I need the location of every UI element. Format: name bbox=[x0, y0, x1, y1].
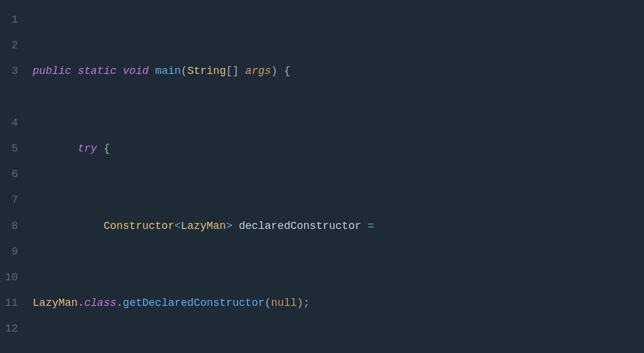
line-number: 8 bbox=[0, 213, 18, 239]
line-number: 9 bbox=[0, 239, 18, 265]
punct: { bbox=[104, 143, 110, 154]
punct: [] bbox=[226, 65, 239, 77]
line-number: 6 bbox=[0, 162, 18, 187]
literal: null bbox=[271, 297, 297, 309]
punct: ) bbox=[271, 65, 278, 77]
line-number: 11 bbox=[0, 290, 18, 316]
punct: . bbox=[78, 297, 84, 309]
punct: { bbox=[284, 65, 290, 77]
code-content[interactable]: public static void main(String[] args) {… bbox=[26, 7, 644, 353]
param: args bbox=[245, 65, 271, 77]
code-line: try { bbox=[26, 136, 644, 162]
keyword: void bbox=[123, 65, 148, 77]
line-number: 4 bbox=[0, 110, 18, 136]
line-number: 12 bbox=[0, 316, 18, 342]
code-line: LazyMan.class.getDeclaredConstructor(nul… bbox=[26, 290, 644, 316]
keyword: try bbox=[78, 143, 97, 154]
line-number: 1 bbox=[0, 7, 18, 33]
punct: < bbox=[174, 220, 181, 232]
keyword: class bbox=[84, 297, 116, 309]
type: String bbox=[187, 65, 226, 77]
line-number: 5 bbox=[0, 136, 18, 162]
code-line: Constructor<LazyMan> declaredConstructor… bbox=[26, 213, 644, 239]
line-number: 3 bbox=[0, 58, 18, 84]
method-name: getDeclaredConstructor bbox=[123, 297, 265, 309]
keyword: public bbox=[33, 65, 72, 77]
punct: ) bbox=[297, 297, 304, 309]
type: Constructor bbox=[104, 220, 175, 232]
type: LazyMan bbox=[181, 220, 226, 232]
variable: declaredConstructor bbox=[239, 220, 361, 232]
line-number bbox=[0, 85, 18, 110]
operator: = bbox=[368, 220, 374, 232]
punct: ; bbox=[304, 297, 310, 309]
code-line: public static void main(String[] args) { bbox=[26, 58, 644, 84]
line-number: 10 bbox=[0, 265, 18, 290]
code-editor: 1 2 3 4 5 6 7 8 9 10 11 12 public static… bbox=[0, 7, 644, 353]
line-number: 7 bbox=[0, 187, 18, 213]
keyword: static bbox=[78, 65, 116, 77]
punct: ( bbox=[265, 297, 271, 309]
punct: ( bbox=[181, 65, 187, 77]
method-name: main bbox=[155, 65, 181, 77]
line-gutter: 1 2 3 4 5 6 7 8 9 10 11 12 bbox=[0, 7, 26, 353]
type: LazyMan bbox=[33, 297, 78, 309]
punct: > bbox=[226, 220, 233, 232]
punct: . bbox=[116, 297, 123, 309]
line-number: 2 bbox=[0, 33, 18, 58]
